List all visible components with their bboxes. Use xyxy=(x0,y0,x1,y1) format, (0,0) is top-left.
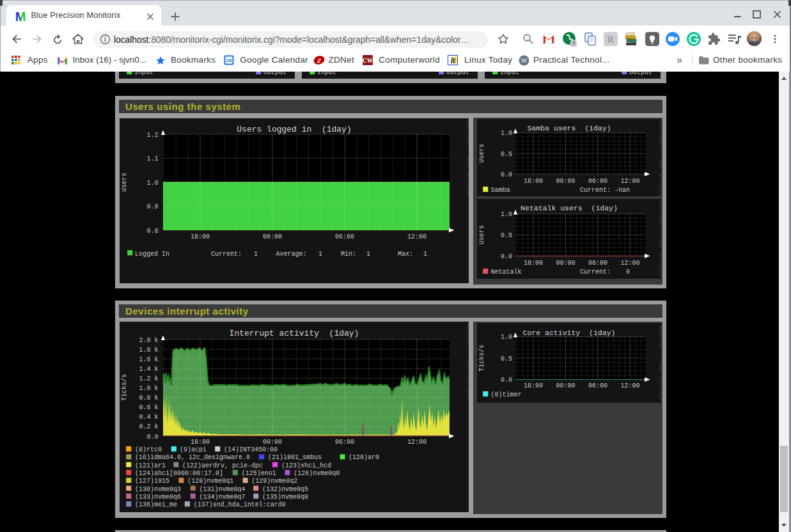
svg-text:1.8 k: 1.8 k xyxy=(139,347,158,354)
svg-text:06:00: 06:00 xyxy=(588,382,607,389)
svg-text:R: R xyxy=(607,35,615,45)
svg-text:RRDTOOL / TOBI OETIKER: RRDTOOL / TOBI OETIKER xyxy=(657,121,661,196)
svg-text:W: W xyxy=(521,57,527,64)
svg-text:Current:: Current: xyxy=(211,251,242,258)
svg-text:Core activity (1day): Core activity (1day) xyxy=(523,329,616,337)
svg-text:(131)nvme0q4: (131)nvme0q4 xyxy=(200,486,246,493)
svg-text:0.5: 0.5 xyxy=(501,232,512,239)
svg-text:(130)nvme0q3: (130)nvme0q3 xyxy=(135,486,181,493)
svg-text:0.0: 0.0 xyxy=(501,377,512,384)
svg-text:Samba users (1day): Samba users (1day) xyxy=(527,124,611,132)
svg-text:Max:: Max: xyxy=(398,251,413,258)
svg-text:00:00: 00:00 xyxy=(556,178,575,185)
svg-text:Users: Users xyxy=(478,225,485,244)
svg-text:(8)rtc0: (8)rtc0 xyxy=(135,446,162,453)
svg-text:1.0: 1.0 xyxy=(501,130,512,137)
svg-text:RRDTOOL / TOBI OETIKER: RRDTOOL / TOBI OETIKER xyxy=(465,120,469,196)
svg-text:Output: Output xyxy=(629,72,652,76)
svg-text:(21)i801_smbus: (21)i801_smbus xyxy=(268,454,322,461)
svg-text:1: 1 xyxy=(423,251,427,258)
svg-text:Average:: Average: xyxy=(276,251,307,258)
svg-text:1: 1 xyxy=(318,251,322,258)
svg-text:06:00: 06:00 xyxy=(335,233,354,240)
svg-text:lt: lt xyxy=(451,56,455,65)
svg-text:06:00: 06:00 xyxy=(588,260,607,267)
svg-text:Input: Input xyxy=(500,72,519,76)
svg-text:28: 28 xyxy=(226,58,231,63)
svg-text:(134)nvme0q7: (134)nvme0q7 xyxy=(200,494,246,501)
svg-text:00:00: 00:00 xyxy=(556,382,575,389)
svg-text:(137)snd_hda_intel:card0: (137)snd_hda_intel:card0 xyxy=(194,501,286,508)
svg-text:(122)aerdrv, pcie-dpc: (122)aerdrv, pcie-dpc xyxy=(182,462,263,469)
svg-text:Output: Output xyxy=(446,72,469,76)
svg-text:(126)nvme0q0: (126)nvme0q0 xyxy=(294,470,340,477)
svg-text:Current: -nan: Current: -nan xyxy=(580,187,630,194)
svg-text:00:00: 00:00 xyxy=(556,260,575,267)
svg-text:2.0 k: 2.0 k xyxy=(139,337,158,344)
svg-text:(123)xhci_hcd: (123)xhci_hcd xyxy=(281,462,331,469)
svg-text:(124)ahci[0000:00:17.0]: (124)ahci[0000:00:17.0] xyxy=(135,470,223,477)
svg-text:(132)nvme0q5: (132)nvme0q5 xyxy=(262,486,308,493)
svg-text:1.6 k: 1.6 k xyxy=(139,356,158,363)
svg-text:RRDTOOL / TOBI OETIKER: RRDTOOL / TOBI OETIKER xyxy=(657,325,661,401)
svg-text:(127)i915: (127)i915 xyxy=(135,478,169,485)
svg-text:Current:: Current: xyxy=(580,269,611,276)
svg-text:Users: Users xyxy=(478,144,485,163)
svg-text:Z: Z xyxy=(317,58,321,64)
svg-text:(133)nvme0q6: (133)nvme0q6 xyxy=(135,494,181,501)
svg-text:Ticks/s: Ticks/s xyxy=(478,345,485,372)
svg-text:1: 1 xyxy=(366,251,370,258)
svg-text:1.2: 1.2 xyxy=(146,132,158,139)
svg-text:0.2 k: 0.2 k xyxy=(139,423,158,430)
svg-text:(128)nvme0q1: (128)nvme0q1 xyxy=(187,478,233,485)
svg-text:1: 1 xyxy=(254,251,258,258)
svg-text:0.9: 0.9 xyxy=(146,203,158,210)
svg-text:Netatalk: Netatalk xyxy=(491,269,522,276)
svg-text:0.8 k: 0.8 k xyxy=(139,395,158,402)
svg-text:1.0 k: 1.0 k xyxy=(139,385,158,392)
svg-text:(135)nvme0q8: (135)nvme0q8 xyxy=(262,494,308,501)
svg-text:Input: Input xyxy=(317,72,336,76)
svg-text:(120)ar0: (120)ar0 xyxy=(349,454,379,461)
svg-text:RRDTOOL / TOBI OETIKER: RRDTOOL / TOBI OETIKER xyxy=(657,201,661,277)
svg-text:0.6 k: 0.6 k xyxy=(139,404,158,411)
svg-text:0.5: 0.5 xyxy=(501,151,512,158)
svg-text:0.0: 0.0 xyxy=(501,171,512,178)
svg-text:0: 0 xyxy=(626,269,630,276)
svg-text:Input: Input xyxy=(134,72,153,76)
svg-text:1.0: 1.0 xyxy=(146,180,158,187)
svg-text:18:00: 18:00 xyxy=(191,439,210,446)
svg-text:Ticks/s: Ticks/s xyxy=(121,374,128,401)
svg-text:(16)idma64.0, i2c_designware.0: (16)idma64.0, i2c_designware.0 xyxy=(135,454,250,461)
svg-text:00:00: 00:00 xyxy=(263,233,282,240)
svg-text:0.8: 0.8 xyxy=(146,228,158,235)
svg-text:18:00: 18:00 xyxy=(191,233,210,240)
svg-text:Min:: Min: xyxy=(341,251,356,258)
svg-text:Users: Users xyxy=(121,173,128,192)
svg-text:0.0: 0.0 xyxy=(146,434,158,441)
svg-text:0.5: 0.5 xyxy=(501,356,512,363)
svg-text:12:00: 12:00 xyxy=(620,382,639,389)
svg-text:06:00: 06:00 xyxy=(588,178,607,185)
svg-text:Output: Output xyxy=(263,72,286,76)
svg-text:Users logged in (1day): Users logged in (1day) xyxy=(237,125,351,134)
svg-text:1.4 k: 1.4 k xyxy=(139,366,158,373)
svg-text:Netatalk users (1day): Netatalk users (1day) xyxy=(521,204,618,212)
svg-text:1.0: 1.0 xyxy=(501,211,512,218)
svg-text:12:00: 12:00 xyxy=(407,233,427,240)
svg-text:(125)eno1: (125)eno1 xyxy=(242,470,276,477)
svg-text:(121)ar1: (121)ar1 xyxy=(135,462,166,469)
svg-text:?: ? xyxy=(572,40,575,47)
svg-text:06:00: 06:00 xyxy=(335,439,354,446)
svg-text:Samba: Samba xyxy=(491,187,510,194)
svg-text:18:00: 18:00 xyxy=(524,382,543,389)
svg-text:0.4 k: 0.4 k xyxy=(139,414,158,421)
svg-text:12:00: 12:00 xyxy=(620,178,639,185)
svg-text:12:00: 12:00 xyxy=(620,260,639,267)
svg-text:12:00: 12:00 xyxy=(407,439,427,446)
svg-text:(0)timer: (0)timer xyxy=(491,391,522,398)
svg-text:CW: CW xyxy=(363,58,373,64)
svg-text:Interrupt activity (1day): Interrupt activity (1day) xyxy=(230,329,359,338)
svg-text:1.2 k: 1.2 k xyxy=(139,375,158,382)
svg-text:(9)acpi: (9)acpi xyxy=(180,446,207,453)
